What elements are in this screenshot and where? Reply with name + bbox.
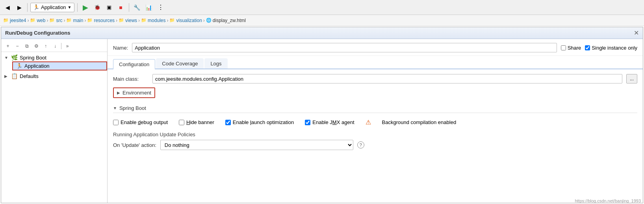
environment-expand-icon: ▶ [117,91,120,95]
breadcrumb: 📁 jeesite4 › 📁 web › 📁 src › 📁 main › 📁 … [0,15,644,26]
tree-children: 🏃 Application [1,61,107,70]
name-row: Name: Share Single instance only [108,39,643,56]
run-config-dropdown[interactable]: 🏃 Application ▼ [30,3,74,12]
project-icon: 📁 [3,18,9,23]
bg-compilation-label: Background compilation enabled [382,119,457,125]
share-label: Share [568,45,581,51]
breadcrumb-web[interactable]: web [37,18,45,23]
forward-button[interactable]: ▶ [14,2,24,13]
config-content: Main class: ... ▶ Environment ▼ Spring B… [108,69,643,158]
tree-spring-boot-group[interactable]: ▼ 🌿 Spring Boot [1,54,107,61]
tab-logs[interactable]: Logs [204,58,227,69]
update-policies-section: Running Application Update Policies On '… [113,130,637,153]
toolbar-separator-3 [129,3,129,12]
dropdown-arrow-icon: ▼ [68,5,72,9]
breadcrumb-views[interactable]: views [125,18,137,23]
move-up-button[interactable]: ↑ [41,42,50,50]
environment-section-header[interactable]: ▶ Environment [113,87,155,98]
hide-banner-checkbox-label[interactable]: Hide banner [179,119,214,125]
main-class-input[interactable] [152,74,622,83]
move-down-button[interactable]: ↓ [51,42,59,50]
spring-boot-group-label: Spring Boot [20,55,104,61]
left-panel: + − ⧉ ⚙ ↑ ↓ » ▼ 🌿 Spring Boot [1,39,108,203]
spring-boot-group-icon: 🌿 [11,54,18,61]
toolbar-more-button[interactable]: ⋮ [156,2,166,13]
config-tree: ▼ 🌿 Spring Boot 🏃 Application ▶ 📋 Defaul… [1,52,107,82]
more-left-button[interactable]: » [63,42,72,50]
update-action-select[interactable]: Do nothing Update classes and resources … [160,140,353,150]
defaults-icon: 📋 [11,73,18,79]
name-options: Share Single instance only [561,45,637,51]
toolbar-separator-1 [27,3,28,12]
settings-config-button[interactable]: ⚙ [32,42,41,50]
remove-config-button[interactable]: − [13,42,22,50]
dialog-title-bar: Run/Debug Configurations ✕ [1,27,643,39]
breadcrumb-modules[interactable]: modules [148,18,165,23]
copy-config-button[interactable]: ⧉ [22,42,31,50]
breadcrumb-resources[interactable]: resources [94,18,115,23]
launch-opt-checkbox-label[interactable]: Enable launch optimization [225,119,294,125]
launch-opt-checkbox[interactable] [225,120,231,125]
application-label: Application [24,63,103,69]
single-instance-checkbox[interactable] [585,45,590,50]
main-class-browse-button[interactable]: ... [626,74,637,83]
left-panel-toolbar: + − ⧉ ⚙ ↑ ↓ » [1,41,107,52]
environment-section-wrapper: ▶ Environment [113,87,155,98]
tree-defaults-item[interactable]: ▶ 📋 Defaults [1,72,107,80]
share-checkbox[interactable] [561,45,566,50]
back-button[interactable]: ◀ [2,2,13,13]
main-toolbar: ◀ ▶ 🏃 Application ▼ ▶ 🐞 ▣ ■ 🔧 📊 ⋮ [0,0,644,15]
breadcrumb-main[interactable]: main [73,18,83,23]
hide-banner-checkbox[interactable] [179,120,184,125]
coverage-button[interactable]: ▣ [104,2,114,13]
share-checkbox-label[interactable]: Share [561,45,581,51]
help-icon[interactable]: ? [357,141,364,148]
views-icon: 📁 [119,18,124,23]
debug-output-checkbox-label[interactable]: Enable debug output [113,119,168,125]
update-action-label: On 'Update' action: [113,142,156,148]
run-debug-dialog: Run/Debug Configurations ✕ + − ⧉ ⚙ ↑ ↓ »… [1,27,643,203]
stop-button[interactable]: ■ [116,2,126,13]
run-button[interactable]: ▶ [80,2,91,13]
defaults-expand-icon: ▶ [4,74,9,78]
main-icon: 📁 [66,18,72,23]
jmx-agent-checkbox[interactable] [305,120,310,125]
resources-icon: 📁 [87,18,93,23]
profile-button[interactable]: 📊 [144,2,154,13]
tree-application-item[interactable]: 🏃 Application [12,61,107,70]
launch-opt-label: Enable launch optimization [233,119,294,125]
dialog-title-text: Run/Debug Configurations [5,30,70,36]
debug-button[interactable]: 🐞 [92,2,102,13]
dialog-body: + − ⧉ ⚙ ↑ ↓ » ▼ 🌿 Spring Boot [1,39,643,203]
src-icon: 📁 [49,18,55,23]
breadcrumb-visualization[interactable]: visualization [176,18,202,23]
environment-label: Environment [122,90,151,96]
warning-icon: ⚠ [366,119,371,126]
breadcrumb-src[interactable]: src [56,18,62,23]
spring-boot-section-expand-icon: ▼ [113,106,117,110]
spring-boot-section: ▼ Spring Boot Enable debug output Hide b… [113,104,637,153]
spring-boot-section-label: Spring Boot [119,105,146,111]
toolbar-separator-2 [77,3,78,12]
spring-boot-section-header[interactable]: ▼ Spring Boot [113,104,637,113]
add-config-button[interactable]: + [4,42,12,50]
spring-boot-checkboxes: Enable debug output Hide banner Enable l… [113,117,637,130]
hide-banner-label: Hide banner [186,119,214,125]
breadcrumb-file: display_zw.html [213,18,246,23]
visualization-icon: 📁 [169,18,175,23]
single-instance-label: Single instance only [592,45,637,51]
jmx-agent-label: Enable JMX agent [312,119,354,125]
single-instance-checkbox-label[interactable]: Single instance only [585,45,637,51]
breadcrumb-project[interactable]: jeesite4 [10,18,26,23]
dialog-close-button[interactable]: ✕ [634,29,639,37]
debug-output-checkbox[interactable] [113,120,119,125]
jmx-agent-checkbox-label[interactable]: Enable JMX agent [305,119,354,125]
defaults-label: Defaults [20,73,104,79]
run-config-label: Application [41,4,66,10]
application-icon: 🏃 [16,63,22,69]
name-label: Name: [113,45,128,51]
tab-configuration[interactable]: Configuration [113,59,155,69]
attach-button[interactable]: 🔧 [132,2,142,13]
name-input[interactable] [132,43,557,52]
tab-code-coverage[interactable]: Code Coverage [156,58,204,69]
